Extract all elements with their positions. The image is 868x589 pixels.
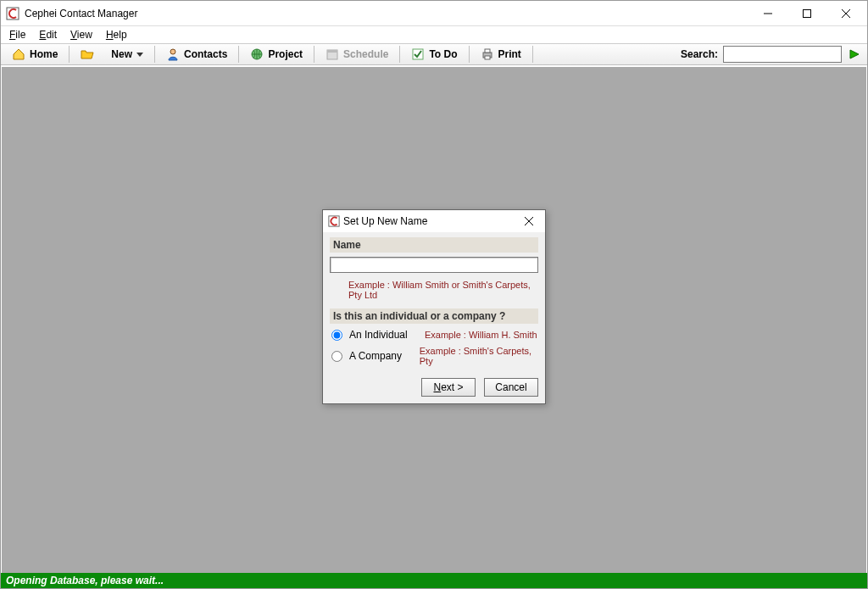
search-label: Search: xyxy=(681,48,718,60)
menu-help[interactable]: Help xyxy=(101,27,132,42)
individual-radio-label: An Individual xyxy=(349,329,421,341)
svg-point-5 xyxy=(170,49,175,54)
home-icon xyxy=(12,47,25,61)
status-bar: Opening Database, please wait... xyxy=(1,573,867,588)
name-input[interactable] xyxy=(330,257,538,273)
new-label: New xyxy=(111,48,132,60)
dialog-title: Set Up New Name xyxy=(343,215,427,227)
next-button[interactable]: Next > xyxy=(421,378,476,397)
window-close-button[interactable] xyxy=(826,1,865,26)
contacts-label: Contacts xyxy=(184,48,227,60)
menu-file[interactable]: File xyxy=(4,27,31,42)
window-maximize-button[interactable] xyxy=(787,1,826,26)
window-minimize-button[interactable] xyxy=(748,1,787,26)
printer-icon xyxy=(481,47,494,61)
dialog-close-button[interactable] xyxy=(516,210,542,232)
toolbar-separator xyxy=(69,46,70,63)
menubar: File Edit View Help xyxy=(1,26,867,43)
svg-rect-8 xyxy=(327,50,337,53)
toolbar: Home New Contacts Project Schedule xyxy=(1,43,867,65)
name-section-heading: Name xyxy=(330,237,538,253)
home-label: Home xyxy=(30,48,58,60)
contacts-button[interactable]: Contacts xyxy=(159,45,235,64)
individual-radio[interactable] xyxy=(331,330,342,341)
toolbar-separator xyxy=(314,46,314,63)
globe-icon xyxy=(250,47,264,61)
svg-rect-12 xyxy=(485,56,490,59)
print-label: Print xyxy=(498,48,521,60)
company-radio[interactable] xyxy=(331,351,342,362)
toolbar-separator xyxy=(399,46,400,63)
todo-button[interactable]: To Do xyxy=(403,45,465,64)
app-icon xyxy=(6,7,19,20)
todo-label: To Do xyxy=(429,48,457,60)
schedule-label: Schedule xyxy=(343,48,388,60)
project-button[interactable]: Project xyxy=(242,45,310,64)
calendar-icon xyxy=(326,47,339,61)
name-example-text: Example : William Smith or Smith's Carpe… xyxy=(348,280,538,300)
search-input[interactable] xyxy=(723,46,842,63)
window-title: Cephei Contact Manager xyxy=(25,8,137,19)
search-go-button[interactable] xyxy=(847,47,862,62)
status-text: Opening Database, please wait... xyxy=(6,575,164,586)
schedule-button[interactable]: Schedule xyxy=(318,45,396,64)
folder-open-icon xyxy=(81,47,94,61)
new-button[interactable]: New xyxy=(103,45,151,64)
setup-new-name-dialog: Set Up New Name Name Example : William S… xyxy=(322,209,546,404)
type-section-heading: Is this an individual or a company ? xyxy=(330,308,538,324)
company-radio-label: A Company xyxy=(349,350,416,362)
toolbar-separator xyxy=(469,46,470,63)
checklist-icon xyxy=(411,47,425,61)
home-button[interactable]: Home xyxy=(4,45,65,64)
project-label: Project xyxy=(268,48,303,60)
window-titlebar: Cephei Contact Manager xyxy=(1,1,867,26)
print-button[interactable]: Print xyxy=(473,45,529,64)
new-folder-button[interactable] xyxy=(73,45,102,64)
cancel-button[interactable]: Cancel xyxy=(484,378,538,397)
svg-rect-11 xyxy=(485,49,490,53)
menu-view[interactable]: View xyxy=(65,27,97,42)
dialog-titlebar: Set Up New Name xyxy=(323,210,545,232)
search-area: Search: xyxy=(681,46,864,63)
company-example-text: Example : Smith's Carpets, Pty xyxy=(420,346,538,366)
dialog-app-icon xyxy=(328,215,340,227)
toolbar-separator xyxy=(238,46,239,63)
menu-edit[interactable]: Edit xyxy=(34,27,62,42)
person-icon xyxy=(166,47,180,61)
toolbar-separator xyxy=(154,46,155,63)
dropdown-arrow-icon xyxy=(136,47,143,61)
svg-rect-2 xyxy=(804,9,811,17)
toolbar-separator xyxy=(532,46,533,63)
individual-example-text: Example : William H. Smith xyxy=(425,330,537,340)
